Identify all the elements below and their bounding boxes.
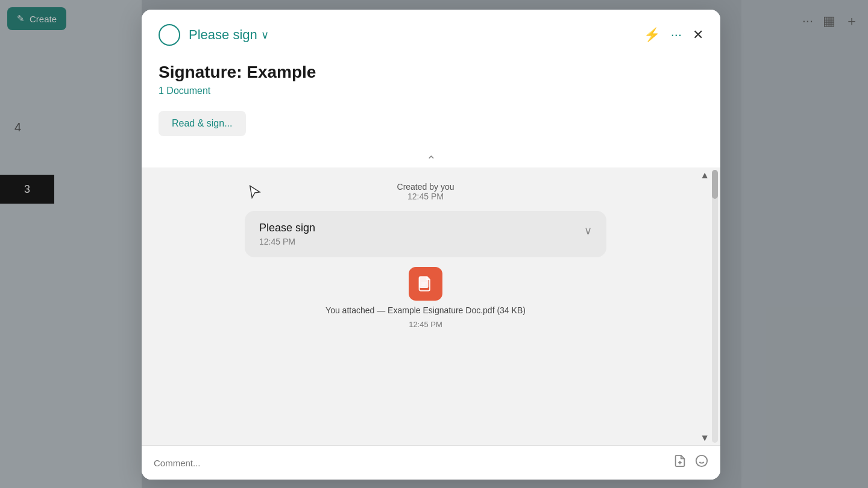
scroll-content: Created by you 12:45 PM Please sign 12:4… <box>142 167 709 445</box>
created-by-section: Created by you 12:45 PM <box>397 182 454 201</box>
close-icon[interactable]: ✕ <box>693 27 703 43</box>
emoji-icon[interactable] <box>695 454 708 471</box>
created-by-time: 12:45 PM <box>397 192 454 201</box>
status-dropdown[interactable]: Please sign ∨ <box>189 27 269 43</box>
comment-bar <box>142 445 720 480</box>
scrollbar-thumb[interactable] <box>712 170 718 199</box>
modal-divider: ⌃ <box>142 148 720 167</box>
attachment-time: 12:45 PM <box>409 320 442 329</box>
chevron-up-icon: ⌃ <box>426 153 436 167</box>
status-label-text: Please sign <box>189 27 257 43</box>
please-sign-card-title: Please sign <box>259 222 315 234</box>
modal-title: Signature: Example <box>159 63 703 82</box>
modal-top-section: Please sign ∨ ⚡ ··· ✕ Signature: Example… <box>142 10 720 148</box>
svg-rect-1 <box>421 283 427 284</box>
attach-file-icon[interactable] <box>673 454 687 471</box>
signature-modal: Please sign ∨ ⚡ ··· ✕ Signature: Example… <box>142 10 720 480</box>
attachment-area: You attached — Example Esignature Doc.pd… <box>326 267 526 329</box>
scroll-arrow-down-icon[interactable]: ▼ <box>697 430 712 446</box>
created-by-label: Created by you <box>397 182 454 192</box>
scrollbar-track[interactable] <box>712 170 718 443</box>
attachment-icon <box>409 267 442 301</box>
scroll-container: Created by you 12:45 PM Please sign 12:4… <box>142 167 720 445</box>
comment-actions <box>673 454 708 471</box>
please-sign-card-content: Please sign 12:45 PM <box>259 222 315 246</box>
chevron-down-icon: ∨ <box>261 28 269 42</box>
svg-point-5 <box>696 455 707 466</box>
status-circle <box>159 24 180 46</box>
read-sign-button[interactable]: Read & sign... <box>159 111 246 136</box>
please-sign-card[interactable]: Please sign 12:45 PM ∨ <box>245 211 606 257</box>
comment-input[interactable] <box>154 458 673 468</box>
header-actions: ⚡ ··· ✕ <box>644 27 703 43</box>
modal-header: Please sign ∨ ⚡ ··· ✕ <box>159 24 703 46</box>
svg-rect-2 <box>421 284 426 286</box>
please-sign-card-time: 12:45 PM <box>259 237 315 246</box>
pdf-icon <box>417 275 434 292</box>
more-options-icon[interactable]: ··· <box>671 27 682 43</box>
scroll-arrow-up-icon[interactable]: ▲ <box>697 167 712 183</box>
modal-subtitle: 1 Document <box>159 86 703 96</box>
modal-bottom-section: Created by you 12:45 PM Please sign 12:4… <box>142 167 720 480</box>
attachment-text: You attached — Example Esignature Doc.pd… <box>326 305 526 315</box>
lightning-icon[interactable]: ⚡ <box>644 27 660 43</box>
card-chevron-icon: ∨ <box>584 224 592 237</box>
header-left: Please sign ∨ <box>159 24 269 46</box>
